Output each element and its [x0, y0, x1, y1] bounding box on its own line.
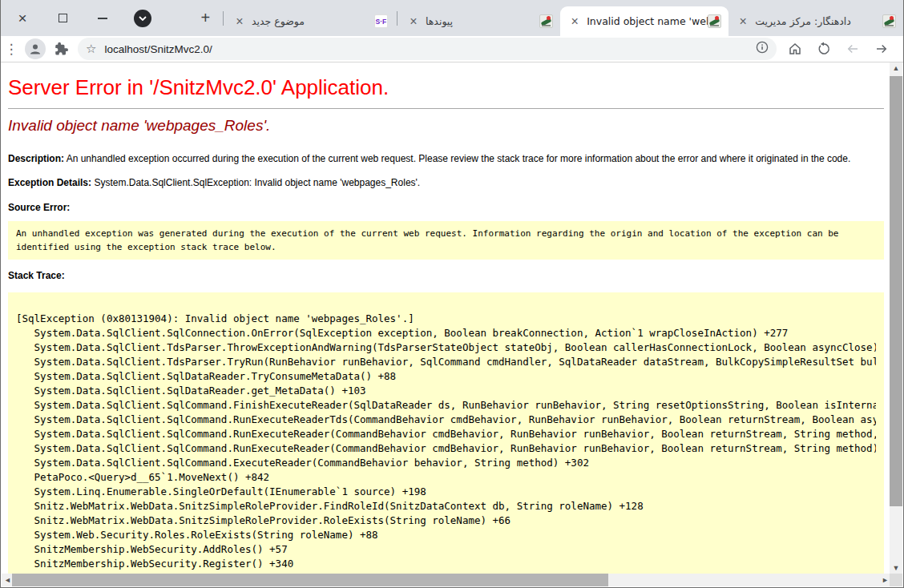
scrollbar-corner — [890, 574, 902, 586]
exception-details-label: Exception Details: — [8, 177, 91, 188]
window-controls: × — [1, 0, 127, 36]
person-icon — [29, 42, 42, 55]
site-info-icon[interactable] — [756, 41, 769, 57]
stack-trace-lines: [SqlException (0x80131904): Invalid obje… — [16, 297, 876, 575]
tab-links[interactable]: × پیوندها — [399, 6, 560, 36]
stack-trace-line: System.Data.SqlClient.SqlCommand.Execute… — [16, 456, 876, 470]
back-arrow-icon[interactable] — [841, 38, 865, 60]
window-minimize-button[interactable] — [92, 8, 113, 29]
chevron-down-icon — [139, 16, 147, 21]
tab-strip: × + × موضوع جدید S·F × پیوندها × Invalid… — [1, 0, 903, 36]
window-maximize-button[interactable] — [52, 8, 73, 29]
description-text: An unhandled exception occurred during t… — [67, 153, 851, 164]
snitz-favicon-icon — [708, 14, 721, 28]
stack-trace-line: System.Data.SqlClient.SqlDataReader.TryC… — [16, 369, 876, 384]
horizontal-scrollbar[interactable]: ◄ ► — [2, 574, 891, 586]
window-close-button[interactable]: × — [12, 8, 33, 29]
stack-trace-line: System.Data.SqlClient.SqlDataReader.get_… — [16, 384, 876, 398]
stack-trace-label: Stack Trace: — [8, 270, 65, 281]
tab-title: موضوع جدید — [247, 15, 374, 27]
tab-title: دادهنگار: مرکز مدیریت — [750, 15, 882, 27]
stack-trace-line: System.Linq.Enumerable.SingleOrDefault(I… — [16, 485, 876, 499]
extensions-puzzle-icon[interactable] — [49, 38, 73, 60]
source-error-box: An unhandled exception was generated dur… — [8, 221, 884, 260]
error-subtitle: Invalid object name 'webpages_Roles'. — [8, 117, 884, 135]
address-bar[interactable]: ☆ localhost/SnitzMvc2.0/ — [78, 38, 777, 60]
tab-close-icon[interactable]: × — [406, 14, 421, 29]
stack-trace-line: System.Data.SqlClient.SqlCommand.FinishE… — [16, 398, 876, 413]
scroll-up-arrow-icon[interactable]: ▲ — [890, 62, 902, 75]
snitz-favicon-icon — [539, 14, 553, 28]
forward-arrow-icon[interactable] — [870, 38, 894, 60]
nav-buttons — [783, 38, 894, 60]
description-label: Description: — [8, 153, 64, 164]
profile-avatar[interactable] — [25, 38, 46, 59]
stack-trace-line: SnitzMembership.WebSecurity.Register() +… — [16, 557, 876, 571]
tab-separator — [397, 11, 398, 26]
tab-dadenegar-admin[interactable]: × دادهنگار: مرکز مدیریت — [728, 6, 903, 36]
exception-details-line: Exception Details: System.Data.SqlClient… — [8, 177, 884, 188]
exception-details-text: System.Data.SqlClient.SqlException: Inva… — [94, 177, 420, 188]
stack-trace-line: Snitz.WebMatrix.WebData.SnitzSimpleRoleP… — [16, 513, 876, 528]
page-content: Server Error in '/SnitzMvc2.0' Applicati… — [2, 62, 892, 575]
tab-close-icon[interactable]: × — [232, 14, 247, 29]
scroll-down-arrow-icon[interactable]: ▼ — [890, 562, 902, 574]
tab-error-page-active[interactable]: × Invalid object name 'webpag — [560, 6, 728, 36]
error-title: Server Error in '/SnitzMvc2.0' Applicati… — [8, 74, 884, 101]
tab-close-icon[interactable]: × — [567, 14, 582, 29]
stack-trace-line: System.Data.SqlClient.SqlCommand.RunExec… — [16, 441, 876, 456]
menu-kebab-icon[interactable]: ⋮ — [1, 38, 22, 60]
title-divider — [8, 108, 884, 109]
stack-trace-line: PetaPoco.<Query>d__65`1.MoveNext() +842 — [16, 470, 876, 485]
stack-trace-line: Snitz.WebMatrix.WebData.SnitzSimpleRoleP… — [16, 499, 876, 513]
stack-trace-line: System.Data.SqlClient.SqlConnection.OnEr… — [16, 326, 876, 340]
reload-icon[interactable] — [812, 38, 836, 60]
bookmark-star-icon[interactable]: ☆ — [86, 42, 96, 56]
source-error-label: Source Error: — [8, 202, 70, 213]
stack-trace-line: System.Data.SqlClient.TdsParser.ThrowExc… — [16, 340, 876, 355]
horizontal-scrollbar-thumb[interactable] — [12, 574, 608, 586]
stack-trace-box: [SqlException (0x80131904): Invalid obje… — [8, 292, 884, 575]
stack-trace-line: SnitzMembership.WebSecurity.AddRoles() +… — [16, 542, 876, 557]
stack-trace-label-line: Stack Trace: — [8, 270, 884, 281]
url-text[interactable]: localhost/SnitzMvc2.0/ — [96, 43, 756, 55]
navigation-bar: ⋮ ☆ localhost/SnitzMvc2.0/ — [1, 36, 903, 62]
vertical-scrollbar[interactable]: ▲ ▼ — [890, 62, 902, 574]
new-tab-button[interactable]: + — [195, 7, 216, 30]
stack-trace-line: System.Data.SqlClient.SqlCommand.RunExec… — [16, 413, 876, 427]
home-icon[interactable] — [783, 38, 807, 60]
tab-title: Invalid object name 'webpag — [582, 15, 708, 27]
sf-favicon-icon: S·F — [374, 14, 388, 28]
stack-trace-line — [16, 297, 876, 312]
vertical-scrollbar-thumb[interactable] — [890, 76, 902, 506]
source-error-label-line: Source Error: — [8, 202, 884, 213]
tab-close-icon[interactable]: × — [736, 14, 750, 29]
browser-window: × + × موضوع جدید S·F × پیوندها × Invalid… — [0, 0, 904, 588]
description-line: Description: An unhandled exception occu… — [8, 153, 884, 164]
stack-trace-line: [SqlException (0x80131904): Invalid obje… — [16, 312, 876, 326]
tab-search-button[interactable] — [134, 10, 151, 27]
tab-title: پیوندها — [421, 15, 539, 27]
snitz-favicon-icon — [882, 14, 896, 28]
tab-separator — [223, 11, 224, 26]
tab-new-topic[interactable]: × موضوع جدید S·F — [225, 6, 395, 36]
stack-trace-line: System.Data.SqlClient.SqlCommand.RunExec… — [16, 427, 876, 441]
stack-trace-line: System.Data.SqlClient.TdsParser.TryRun(R… — [16, 355, 876, 369]
stack-trace-line: System.Web.Security.Roles.RoleExists(Str… — [16, 528, 876, 542]
